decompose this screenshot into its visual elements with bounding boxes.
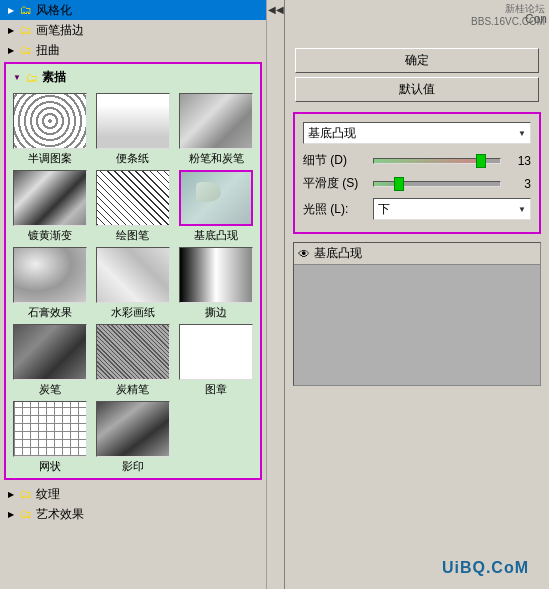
thumb-stamp[interactable]: 图章	[177, 324, 256, 397]
confirm-button[interactable]: 确定	[295, 48, 539, 73]
thumb-label-plaster: 石膏效果	[28, 305, 72, 320]
folder-icon-texture: 🗂	[20, 487, 32, 501]
thumb-label-watercolor: 水彩画纸	[111, 305, 155, 320]
preview-box: 👁 基底凸现	[293, 242, 541, 386]
tree-label-sketch: 素描	[42, 69, 66, 86]
arrow-sketch: ▼	[12, 73, 22, 83]
detail-row: 细节 (D) 13	[303, 152, 531, 169]
thumb-watercolor[interactable]: 水彩画纸	[93, 247, 172, 320]
left-panel: ▶ 🗂 风格化 ▶ 🗂 画笔描边 ▶ 🗂 扭曲 ▼ 🗂 素描	[0, 0, 285, 589]
thumb-img-stamp	[179, 324, 253, 380]
folder-icon-brush: 🗂	[20, 23, 32, 37]
light-dropdown-arrow-icon: ▼	[518, 205, 526, 214]
thumb-pencil[interactable]: 粉笔和炭笔	[177, 93, 256, 166]
right-panel: 新桂论坛 BBS.16VC.COM Con 确定 默认值 基底凸现 ▼ 细节 (…	[285, 0, 549, 589]
thumb-label-charcoal: 炭笔	[39, 382, 61, 397]
detail-value: 13	[501, 154, 531, 168]
thumb-drawing-pen[interactable]: 绘图笔	[93, 170, 172, 243]
tree-item-stylize[interactable]: ▶ 🗂 风格化	[0, 0, 266, 20]
thumb-img-conte	[96, 324, 170, 380]
thumb-label-notepaper: 便条纸	[116, 151, 149, 166]
thumb-plaster[interactable]: 石膏效果	[10, 247, 89, 320]
thumb-halftone[interactable]: 半调图案	[10, 93, 89, 166]
filter-tree: ▶ 🗂 风格化 ▶ 🗂 画笔描边 ▶ 🗂 扭曲 ▼ 🗂 素描	[0, 0, 266, 589]
arrow-stylize: ▶	[6, 5, 16, 15]
thumb-img-torn	[179, 247, 253, 303]
light-row: 光照 (L): 下 ▼	[303, 198, 531, 220]
smoothness-label: 平滑度 (S)	[303, 175, 373, 192]
thumb-label-torn: 撕边	[205, 305, 227, 320]
smoothness-slider[interactable]	[373, 181, 501, 187]
arrow-artistic: ▶	[6, 509, 16, 519]
thumb-label-bas-relief: 基底凸现	[194, 228, 238, 243]
bottom-watermark: UiBQ.CoM	[442, 559, 529, 577]
tree-label-distort: 扭曲	[36, 42, 60, 59]
detail-thumb[interactable]	[476, 154, 486, 168]
thumb-chrome[interactable]: 镀黄渐变	[10, 170, 89, 243]
light-value: 下	[378, 201, 390, 218]
controls-box: 基底凸现 ▼ 细节 (D) 13 平滑度 (S)	[293, 112, 541, 234]
thumb-label-conte: 炭精笔	[116, 382, 149, 397]
thumb-photocopy[interactable]: 影印	[93, 401, 172, 474]
right-header: 新桂论坛 BBS.16VC.COM Con	[285, 0, 549, 42]
expand-arrow-up[interactable]: ◀◀	[268, 4, 284, 15]
tree-item-texture[interactable]: ▶ 🗂 纹理	[0, 484, 266, 504]
sketch-grid: 半调图案 便条纸 粉笔和炭笔 镀黄渐变	[10, 93, 256, 474]
folder-icon-sketch: 🗂	[26, 71, 38, 85]
thumb-img-pencil	[179, 93, 253, 149]
folder-icon-artistic: 🗂	[20, 507, 32, 521]
thumb-img-network	[13, 401, 87, 457]
thumb-img-bas-relief	[179, 170, 253, 226]
tree-label-artistic: 艺术效果	[36, 506, 84, 523]
preview-title: 基底凸现	[314, 245, 362, 262]
arrow-distort: ▶	[6, 45, 16, 55]
thumb-img-drawing-pen	[96, 170, 170, 226]
detail-label: 细节 (D)	[303, 152, 373, 169]
filter-dropdown[interactable]: 基底凸现 ▼	[303, 122, 531, 144]
thumb-img-halftone	[13, 93, 87, 149]
thumb-img-notepaper	[96, 93, 170, 149]
tree-item-brush[interactable]: ▶ 🗂 画笔描边	[0, 20, 266, 40]
smoothness-thumb[interactable]	[394, 177, 404, 191]
corner-text: Con	[525, 12, 547, 26]
light-label: 光照 (L):	[303, 201, 373, 218]
folder-icon-stylize: 🗂	[20, 3, 32, 17]
detail-slider[interactable]	[373, 158, 501, 164]
tree-label-texture: 纹理	[36, 486, 60, 503]
thumb-img-watercolor	[96, 247, 170, 303]
default-button[interactable]: 默认值	[295, 77, 539, 102]
smoothness-slider-container	[373, 181, 501, 187]
dropdown-arrow-icon: ▼	[518, 129, 526, 138]
sketch-section: ▼ 🗂 素描 半调图案 便条纸 粉笔和炭	[4, 62, 262, 480]
thumb-label-stamp: 图章	[205, 382, 227, 397]
thumb-label-network: 网状	[39, 459, 61, 474]
tree-label-stylize: 风格化	[36, 2, 72, 19]
thumb-label-pencil: 粉笔和炭笔	[189, 151, 244, 166]
thumb-label-halftone: 半调图案	[28, 151, 72, 166]
thumb-bas-relief[interactable]: 基底凸现	[177, 170, 256, 243]
sketch-header: ▼ 🗂 素描	[10, 68, 256, 87]
thumb-empty	[177, 401, 256, 474]
thumb-label-photocopy: 影印	[122, 459, 144, 474]
thumb-network[interactable]: 网状	[10, 401, 89, 474]
arrow-brush: ▶	[6, 25, 16, 35]
tree-item-distort[interactable]: ▶ 🗂 扭曲	[0, 40, 266, 60]
thumb-charcoal[interactable]: 炭笔	[10, 324, 89, 397]
filter-dropdown-row: 基底凸现 ▼	[303, 122, 531, 144]
thumb-label-drawing-pen: 绘图笔	[116, 228, 149, 243]
thumb-label-chrome: 镀黄渐变	[28, 228, 72, 243]
preview-content	[294, 265, 540, 385]
thumb-torn[interactable]: 撕边	[177, 247, 256, 320]
folder-icon-distort: 🗂	[20, 43, 32, 57]
preview-header: 👁 基底凸现	[294, 243, 540, 265]
thumb-notepaper[interactable]: 便条纸	[93, 93, 172, 166]
detail-slider-container	[373, 158, 501, 164]
empty-slot	[179, 401, 253, 457]
filter-dropdown-label: 基底凸现	[308, 125, 356, 142]
other-sections: ▶ 🗂 纹理 ▶ 🗂 艺术效果	[0, 482, 266, 526]
smoothness-row: 平滑度 (S) 3	[303, 175, 531, 192]
light-dropdown[interactable]: 下 ▼	[373, 198, 531, 220]
tree-item-artistic[interactable]: ▶ 🗂 艺术效果	[0, 504, 266, 524]
thumb-img-photocopy	[96, 401, 170, 457]
thumb-conte[interactable]: 炭精笔	[93, 324, 172, 397]
